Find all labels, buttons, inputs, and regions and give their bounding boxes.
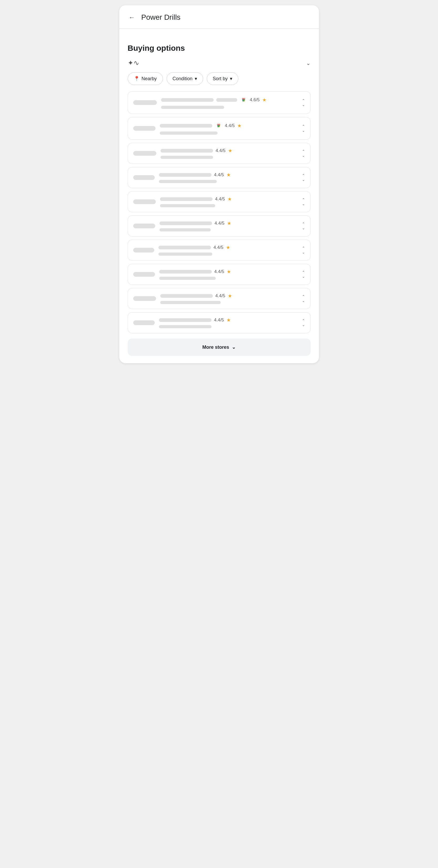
header: ← Power Drills — [119, 5, 319, 29]
store-thumbnail — [133, 151, 156, 156]
expand-button[interactable]: ⌃ ⌄ — [302, 319, 305, 327]
store-name-bar — [159, 246, 211, 249]
store-rating: 4.6/5 — [250, 97, 260, 102]
expand-button[interactable]: ⌃ ⌄ — [302, 174, 305, 182]
table-row: 4.4/5 ★ ⌃ ⌄ — [128, 117, 310, 140]
star-icon: ★ — [228, 293, 232, 299]
chevron-up-icon: ⌃ — [302, 149, 305, 153]
expand-button[interactable]: ⌃ ⌄ — [302, 222, 305, 230]
table-row: 4.6/5 ★ ⌃ ⌄ — [128, 91, 310, 114]
expand-button[interactable]: ⌃ ⌄ — [302, 198, 305, 206]
chevron-up-icon: ⌃ — [302, 99, 305, 102]
store-top-row: 4.4/5 ★ — [159, 269, 296, 275]
store-bottom-row — [159, 325, 296, 328]
store-name-bar — [160, 124, 212, 128]
store-top-row: 4.4/5 ★ — [161, 148, 296, 154]
star-icon: ★ — [228, 148, 232, 154]
header-divider — [119, 29, 319, 29]
store-logo-placeholder — [133, 175, 155, 180]
store-thumbnail — [133, 100, 157, 105]
google-shopping-icon — [240, 96, 247, 104]
store-rating: 4.4/5 — [214, 317, 224, 323]
back-button[interactable]: ← — [128, 12, 136, 22]
store-bottom-row — [160, 228, 296, 231]
store-top-row: 4.4/5 ★ — [160, 220, 296, 226]
store-logo-placeholder — [133, 151, 156, 156]
expand-button[interactable]: ⌃ ⌄ — [302, 149, 305, 157]
star-icon: ★ — [227, 172, 231, 178]
chevron-down-icon: ⌄ — [302, 323, 305, 327]
store-info: 4.4/5 ★ — [161, 148, 296, 159]
expand-button[interactable]: ⌃ ⌄ — [302, 246, 305, 254]
chevron-down-icon: ⌄ — [302, 129, 305, 132]
chevron-up-icon: ⌃ — [302, 294, 305, 298]
star-icon: ★ — [226, 245, 230, 250]
chevron-down-icon: ⌄ — [302, 202, 305, 206]
store-bottom-row — [161, 156, 296, 159]
store-info: 4.4/5 ★ — [159, 317, 296, 328]
collapse-icon[interactable]: ⌄ — [306, 60, 310, 66]
google-shopping-icon — [215, 122, 222, 129]
filter-nearby[interactable]: 📍 Nearby — [128, 72, 163, 85]
star-icon: ★ — [237, 123, 241, 129]
store-expand: ⌃ ⌄ — [302, 124, 305, 132]
star-icon: ★ — [228, 196, 232, 202]
store-rating: 4.4/5 — [216, 148, 226, 153]
store-bottom-row — [159, 180, 296, 183]
table-row: 4.4/5 ★ ⌃ ⌄ — [128, 240, 310, 261]
filter-sort-by[interactable]: Sort by ▾ — [207, 72, 238, 85]
chevron-down-icon: ⌄ — [302, 299, 305, 303]
condition-dropdown-icon: ▾ — [195, 76, 197, 82]
store-info: 4.4/5 ★ — [160, 220, 296, 231]
chevron-down-icon: ⌄ — [302, 154, 305, 157]
store-bottom-row — [159, 252, 296, 256]
store-expand: ⌃ ⌄ — [302, 319, 305, 327]
chevron-down-icon: ⌄ — [302, 275, 305, 278]
store-logo-placeholder — [133, 199, 156, 204]
store-logo-placeholder — [133, 296, 156, 301]
expand-button[interactable]: ⌃ ⌄ — [302, 270, 305, 278]
store-expand: ⌃ ⌄ — [302, 99, 305, 106]
store-bottom-row — [161, 106, 296, 109]
store-expand: ⌃ ⌄ — [302, 149, 305, 157]
store-list: 4.6/5 ★ ⌃ ⌄ — [128, 91, 310, 333]
store-thumbnail — [133, 126, 156, 131]
store-expand: ⌃ ⌄ — [302, 198, 305, 206]
store-name-bar — [159, 270, 212, 274]
filter-condition[interactable]: Condition ▾ — [167, 72, 203, 85]
table-row: 4.4/5 ★ ⌃ ⌄ — [128, 143, 310, 164]
store-rating: 4.4/5 — [214, 245, 224, 250]
table-row: 4.4/5 ★ ⌃ ⌄ — [128, 288, 310, 309]
expand-button[interactable]: ⌃ ⌄ — [302, 99, 305, 106]
more-stores-button[interactable]: More stores ⌄ — [128, 339, 310, 356]
chevron-up-icon: ⌃ — [302, 319, 305, 322]
store-top-row: 4.4/5 ★ — [160, 122, 296, 129]
filter-sort-label: Sort by — [213, 76, 228, 82]
store-thumbnail — [133, 296, 156, 301]
store-thumbnail — [133, 272, 155, 277]
store-info: 4.4/5 ★ — [160, 122, 296, 135]
expand-button[interactable]: ⌃ ⌄ — [302, 294, 305, 303]
store-name-bar — [161, 98, 214, 102]
expand-button[interactable]: ⌃ ⌄ — [302, 124, 305, 132]
store-top-row: 4.6/5 ★ — [161, 96, 296, 104]
chevron-up-icon: ⌃ — [302, 124, 305, 128]
store-detail-bar — [160, 228, 211, 231]
store-name-bar — [160, 294, 213, 298]
store-rating: 4.4/5 — [215, 293, 226, 299]
store-info: 4.4/5 ★ — [160, 196, 296, 207]
store-top-row: 4.4/5 ★ — [160, 293, 296, 299]
store-bottom-row — [160, 301, 296, 304]
chevron-up-icon: ⌃ — [302, 270, 305, 274]
chevron-up-icon: ⌃ — [302, 198, 305, 202]
filter-condition-label: Condition — [173, 76, 193, 82]
star-icon: ★ — [227, 269, 231, 275]
table-row: 4.4/5 ★ ⌃ ⌄ — [128, 312, 310, 333]
trend-icon: ✦∿ — [128, 59, 139, 67]
store-expand: ⌃ ⌄ — [302, 174, 305, 182]
store-detail-bar — [160, 131, 217, 135]
store-thumbnail — [133, 248, 154, 252]
store-detail-bar — [159, 252, 212, 256]
store-logo-placeholder — [133, 100, 157, 105]
table-row: 4.4/5 ★ ⌃ ⌄ — [128, 167, 310, 188]
